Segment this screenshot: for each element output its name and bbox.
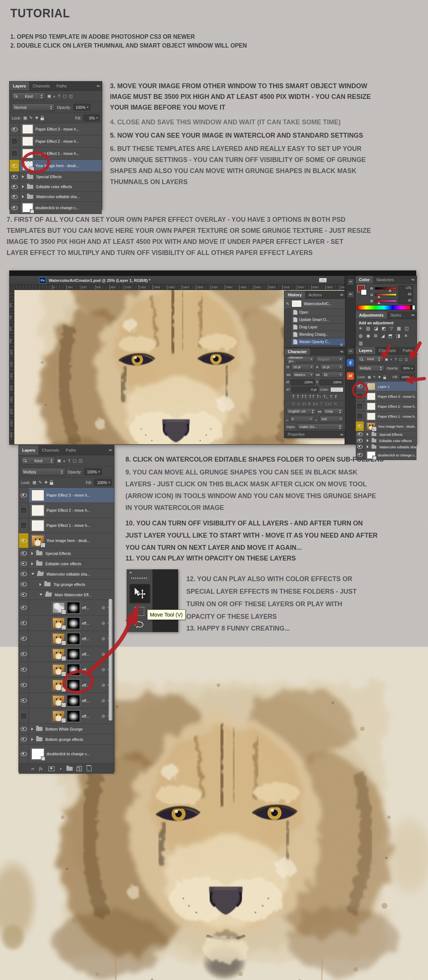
tab-properties[interactable]: Properties (285, 433, 308, 436)
layer-row[interactable]: Watercolor editable sha... (356, 444, 417, 450)
layer-row[interactable]: Bottom White Grunge (19, 724, 114, 734)
layer-row[interactable]: eff...⊘▾ (19, 616, 114, 631)
mask-link-icon[interactable]: ⊘ (102, 652, 105, 657)
add-mask-icon[interactable] (48, 766, 55, 771)
filter-type-icon[interactable]: T (68, 459, 70, 463)
layer-visibility-toggle[interactable] (19, 548, 29, 558)
layer-row[interactable]: Editable color effects (19, 558, 114, 569)
history-source-checkbox[interactable] (285, 338, 291, 345)
history-step[interactable]: Update Smart O... (285, 316, 345, 324)
document-title-bar[interactable]: Ps WatercolorArtCreator1.psd @ 25% (Laye… (10, 276, 345, 285)
adjustment-icon[interactable]: ◩ (382, 326, 386, 331)
filter-pixel-icon[interactable]: ▣ (385, 357, 388, 361)
filter-adjustment-icon[interactable]: ◐ (390, 357, 393, 361)
opacity-value[interactable]: 50%▾ (401, 365, 415, 371)
layer-row[interactable]: Top grunge effects (19, 579, 114, 590)
layer-row[interactable]: eff...⊘▾ (19, 678, 114, 693)
layer-visibility-toggle[interactable] (10, 192, 19, 202)
blend-mode-select[interactable]: Normal▲▼ (12, 103, 55, 111)
kind-filter-select[interactable]: Kind▲▼ (12, 92, 45, 100)
panel-menu-icon[interactable]: ▾≡ (338, 433, 345, 436)
lock-all-icon[interactable] (50, 482, 53, 485)
mask-link-icon[interactable]: ⊘ (102, 682, 105, 688)
font-size-select[interactable]: 18 pt▾ (291, 364, 315, 370)
layer-visibility-toggle[interactable] (356, 401, 364, 411)
layer-row[interactable]: Paper Effect 1 - move h... (10, 148, 102, 160)
layer-row[interactable]: eff...⊘▾ (19, 631, 114, 646)
history-source-checkbox[interactable] (285, 309, 291, 316)
history-footer-icons[interactable]: ⚙ (340, 343, 344, 347)
expand-triangle-icon[interactable] (31, 562, 33, 565)
opacity-value[interactable]: 100%▾ (84, 468, 102, 475)
layer-thumbnail[interactable] (53, 664, 65, 675)
layer-row[interactable]: eff...⊘▾ (19, 662, 114, 678)
layer-row[interactable]: Paper Effect 1 - move h... (19, 518, 114, 533)
link-layers-icon[interactable]: ∞ (31, 766, 34, 771)
filter-smartobject-icon[interactable]: ◫ (405, 357, 408, 361)
filter-adjustment-icon[interactable]: ◐ (63, 459, 66, 463)
layer-visibility-toggle[interactable] (356, 391, 364, 401)
layer-visibility-toggle[interactable] (19, 708, 29, 724)
kind-filter-select[interactable]: Kind▲▼ (358, 356, 383, 362)
foreground-background-swatches[interactable] (357, 285, 368, 296)
channel-value[interactable]: 30 (398, 298, 413, 304)
fill-value[interactable]: 0%▾ (83, 115, 100, 121)
layer-visibility-toggle[interactable] (356, 382, 364, 391)
expand-triangle-icon[interactable] (367, 433, 369, 436)
layer-row[interactable]: Editable color effects (356, 438, 417, 444)
channel-slider[interactable] (375, 300, 397, 302)
filter-shape-icon[interactable]: ▢ (63, 94, 67, 99)
tab-paths[interactable]: Paths (399, 347, 416, 354)
layer-thumbnail[interactable] (367, 412, 375, 420)
layer-visibility-toggle[interactable] (19, 518, 29, 533)
adjustment-icon[interactable]: ◪ (374, 326, 378, 331)
history-source-checkbox[interactable] (285, 331, 291, 338)
layer-row[interactable]: doubleclick to change c... (19, 745, 114, 764)
layer-thumbnail[interactable] (22, 124, 33, 134)
layer-mask-thumbnail[interactable] (67, 649, 80, 660)
tab-paths[interactable]: Paths (62, 445, 80, 455)
new-layer-icon[interactable] (78, 766, 82, 771)
layer-mask-thumbnail[interactable] (67, 664, 80, 675)
collapse-toolbar-chevrons[interactable]: » (127, 570, 153, 574)
channel-value[interactable]: 171 (398, 286, 413, 291)
layer-visibility-toggle[interactable] (19, 579, 29, 589)
layer-visibility-toggle[interactable] (19, 745, 29, 763)
tool-presets-icon[interactable]: ✑ (347, 278, 354, 285)
expand-triangle-icon[interactable] (31, 738, 33, 741)
expand-triangle-icon[interactable] (40, 583, 41, 586)
mask-link-icon[interactable]: ⊘ (102, 636, 105, 641)
layer-visibility-toggle[interactable] (356, 411, 364, 421)
layer-visibility-toggle[interactable] (10, 202, 19, 214)
layer-visibility-toggle[interactable] (19, 662, 29, 677)
indesign-badge-icon[interactable]: ij (347, 359, 354, 366)
layer-thumbnail[interactable] (367, 402, 375, 410)
layer-row[interactable]: eff...⊘▾ (19, 600, 114, 616)
layer-thumbnail[interactable] (22, 203, 33, 213)
layer-visibility-toggle[interactable] (19, 533, 29, 548)
opentype-buttons[interactable]: fi σ st A aa T 1st ½ (285, 400, 345, 407)
channel-value[interactable]: 30 (398, 292, 413, 298)
layer-thumbnail[interactable] (53, 618, 65, 629)
layer-visibility-toggle[interactable] (10, 148, 19, 159)
filter-shape-icon[interactable]: ▢ (73, 458, 76, 463)
move-tool-button[interactable] (129, 584, 150, 603)
layer-thumbnail[interactable] (31, 520, 44, 531)
adjustment-icon[interactable]: ◉ (366, 333, 370, 338)
history-step[interactable]: Open (285, 309, 345, 316)
lock-position-icon[interactable]: ✚ (378, 375, 381, 379)
layer-thumbnail[interactable] (53, 649, 65, 660)
adjustment-icon[interactable]: ◍ (359, 333, 362, 338)
mask-link-icon[interactable]: ⊘ (102, 714, 105, 719)
layer-row[interactable]: Layer 1 (356, 382, 417, 391)
layer-visibility-toggle[interactable] (10, 182, 19, 191)
layer-visibility-toggle[interactable] (19, 488, 29, 503)
history-step[interactable]: Blending Chang... (285, 331, 345, 338)
lock-all-icon[interactable] (383, 377, 386, 379)
history-step[interactable]: Drag Layer (285, 324, 345, 331)
layer-style-fx-icon[interactable]: fx. (39, 766, 43, 772)
tab-channels[interactable]: Channels (38, 445, 62, 455)
layer-thumbnail[interactable] (22, 137, 33, 146)
expand-triangle-icon[interactable] (22, 195, 24, 198)
lock-all-icon[interactable] (41, 118, 44, 120)
